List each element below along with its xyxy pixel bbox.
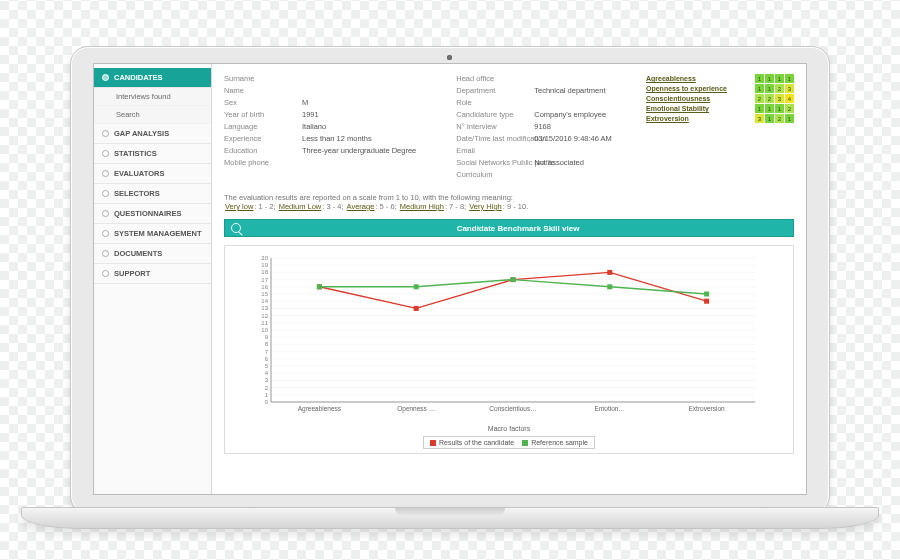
trait-label: Conscientiousness <box>646 95 754 102</box>
svg-text:Openness …: Openness … <box>397 405 435 413</box>
scale-level-link[interactable]: Medium High <box>400 202 444 211</box>
svg-rect-54 <box>317 284 322 289</box>
sidebar-item-statistics[interactable]: STATISTICS <box>94 144 211 164</box>
field-value: 9168 <box>534 122 612 131</box>
trait-cell: 1 <box>765 104 774 113</box>
field-value: Technical department <box>534 86 612 95</box>
field-value: Three-year undergraduate Degree <box>302 146 416 155</box>
benchmark-chart: 01234567891011121314151617181920Agreeabl… <box>243 252 763 422</box>
field-label: Social Networks Public profile <box>456 158 528 167</box>
trait-cell: 1 <box>765 74 774 83</box>
trait-row: Openness to experience1123 <box>646 84 794 93</box>
svg-text:4: 4 <box>265 370 269 376</box>
trait-cell: 1 <box>755 84 764 93</box>
svg-text:7: 7 <box>265 349 269 355</box>
svg-text:2: 2 <box>265 385 269 391</box>
trait-cell: 2 <box>785 104 794 113</box>
svg-text:15: 15 <box>261 291 268 297</box>
trait-cell: 4 <box>785 94 794 103</box>
sidebar-item-support[interactable]: SUPPORT <box>94 264 211 284</box>
trait-row: Extroversion3121 <box>646 114 794 123</box>
sidebar-item-questionnaires[interactable]: QUESTIONNAIRES <box>94 204 211 224</box>
svg-text:5: 5 <box>265 363 269 369</box>
sidebar-sub-interviews-found[interactable]: Interviews found <box>94 88 211 106</box>
field-label: Department <box>456 86 528 95</box>
svg-rect-53 <box>704 299 709 304</box>
app-root: CANDIDATESInterviews foundSearchGAP ANAL… <box>94 64 806 494</box>
bullet-icon <box>102 130 109 137</box>
field-value: 03/15/2016 9:48:46 AM <box>534 134 612 143</box>
sidebar: CANDIDATESInterviews foundSearchGAP ANAL… <box>94 64 212 494</box>
chart-xaxis-label: Macro factors <box>243 425 775 432</box>
field-label: Surname <box>224 74 296 83</box>
svg-text:9: 9 <box>265 334 269 340</box>
scale-level-link[interactable]: Medium Low <box>279 202 322 211</box>
svg-text:12: 12 <box>261 313 268 319</box>
scale-level-link[interactable]: Average <box>347 202 375 211</box>
sidebar-item-gap-analysis[interactable]: GAP ANALYSIS <box>94 124 211 144</box>
field-value: M <box>302 98 416 107</box>
trait-cell: 2 <box>775 114 784 123</box>
svg-rect-56 <box>511 277 516 282</box>
field-label: Mobile phone <box>224 158 296 167</box>
sidebar-item-system-management[interactable]: SYSTEM MANAGEMENT <box>94 224 211 244</box>
sidebar-item-selectors[interactable]: SELECTORS <box>94 184 211 204</box>
svg-text:Emotion…: Emotion… <box>595 405 625 412</box>
main-content: SurnameNameSexMYear of birth1991Language… <box>212 64 806 494</box>
field-value: Italiano <box>302 122 416 131</box>
scale-level-link[interactable]: Very High <box>469 202 502 211</box>
sidebar-item-documents[interactable]: DOCUMENTS <box>94 244 211 264</box>
trait-cell: 1 <box>785 74 794 83</box>
field-value: 1991 <box>302 110 416 119</box>
chart-header: Candidate Benchmark Skill view <box>224 219 794 237</box>
sidebar-item-evaluators[interactable]: EVALUATORS <box>94 164 211 184</box>
legend-reference: Reference sample <box>522 439 588 446</box>
trait-row: Agreeableness1111 <box>646 74 794 83</box>
field-label: Candidature type <box>456 110 528 119</box>
trait-label: Emotional Stability <box>646 105 754 112</box>
svg-text:Conscientious…: Conscientious… <box>489 405 536 412</box>
field-label: Head office <box>456 74 528 83</box>
field-value <box>302 86 416 95</box>
trait-row: Emotional Stability1112 <box>646 104 794 113</box>
trait-label: Extroversion <box>646 115 754 122</box>
trait-cell: 2 <box>755 94 764 103</box>
svg-text:10: 10 <box>261 327 268 333</box>
field-value <box>534 170 612 179</box>
trait-cell: 1 <box>785 114 794 123</box>
magnify-icon[interactable] <box>231 223 241 233</box>
trait-cell: 1 <box>765 84 774 93</box>
svg-text:14: 14 <box>261 298 268 304</box>
scale-note: The evaluation results are reported on a… <box>224 193 794 211</box>
trait-label: Agreeableness <box>646 75 754 82</box>
field-label: Experience <box>224 134 296 143</box>
svg-text:Agreeableness: Agreeableness <box>298 405 342 413</box>
field-label: Date/Time last modification <box>456 134 528 143</box>
info-col-left: SurnameNameSexMYear of birth1991Language… <box>224 74 416 179</box>
field-value: Company's employee <box>534 110 612 119</box>
svg-text:11: 11 <box>261 320 268 326</box>
scale-levels: Very low: 1 - 2; Medium Low: 3 - 4; Aver… <box>224 202 794 211</box>
scale-level-link[interactable]: Very low <box>225 202 253 211</box>
svg-text:8: 8 <box>265 341 269 347</box>
scale-prefix: The evaluation results are reported on a… <box>224 193 794 202</box>
svg-rect-55 <box>414 284 419 289</box>
trait-cell: 2 <box>765 94 774 103</box>
field-value <box>302 74 416 83</box>
sidebar-sub-search[interactable]: Search <box>94 106 211 124</box>
bullet-icon <box>102 150 109 157</box>
svg-text:20: 20 <box>261 255 268 261</box>
bullet-icon <box>102 250 109 257</box>
field-value <box>534 98 612 107</box>
svg-text:18: 18 <box>261 269 268 275</box>
trait-grid: Agreeableness1111Openness to experience1… <box>646 74 794 179</box>
field-value: Not associated <box>534 158 612 167</box>
svg-rect-58 <box>704 292 709 297</box>
bullet-icon <box>102 230 109 237</box>
field-value <box>302 158 416 167</box>
info-col-right: Head officeDepartmentTechnical departmen… <box>456 74 612 179</box>
svg-text:19: 19 <box>261 262 268 268</box>
sidebar-item-candidates[interactable]: CANDIDATES <box>94 68 211 88</box>
candidate-info: SurnameNameSexMYear of birth1991Language… <box>224 74 794 179</box>
svg-text:17: 17 <box>261 277 268 283</box>
